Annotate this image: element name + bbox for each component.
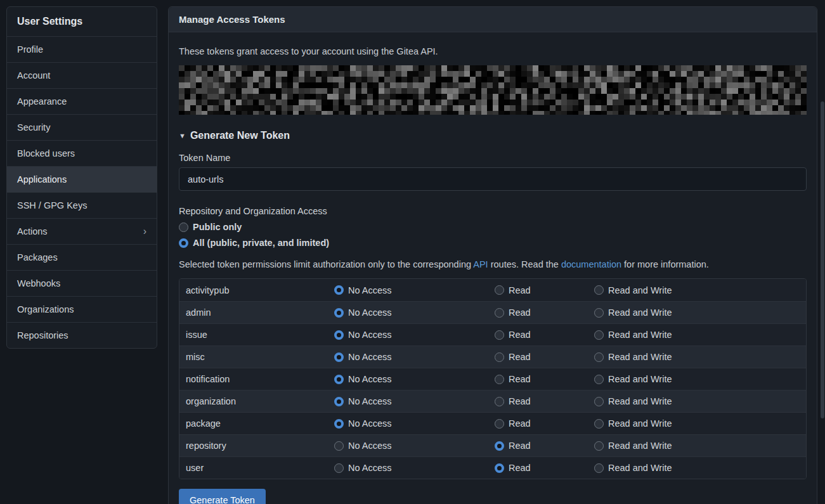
permission-name: user (179, 463, 334, 473)
permission-name: admin (179, 307, 334, 318)
radio-icon (594, 352, 604, 362)
radio-option-read[interactable]: Read (495, 307, 594, 318)
radio-option-no-access[interactable]: No Access (334, 418, 495, 429)
radio-option-no-access[interactable]: No Access (334, 374, 495, 384)
radio-option-read[interactable]: Read (495, 441, 594, 451)
radio-option-no-access[interactable]: No Access (334, 307, 495, 318)
radio-label: Read and Write (608, 418, 672, 429)
sidebar-item-actions[interactable]: Actions › (7, 218, 157, 244)
generate-new-token-toggle[interactable]: ▼ Generate New Token (179, 130, 807, 141)
permission-name: repository (179, 441, 334, 451)
radio-icon (594, 441, 604, 451)
sidebar-item-label: Packages (17, 252, 58, 262)
sidebar-item-blocked-users[interactable]: Blocked users (7, 140, 157, 166)
radio-option-no-access[interactable]: No Access (334, 330, 495, 340)
user-settings-sidebar: User Settings Profile Account Appearance… (6, 6, 157, 349)
sidebar-item-packages[interactable]: Packages (7, 244, 157, 270)
token-name-input[interactable] (179, 167, 807, 191)
radio-icon (495, 285, 504, 295)
radio-option-no-access[interactable]: No Access (334, 352, 495, 362)
access-option-all[interactable]: All (public, private, and limited) (179, 238, 807, 248)
permission-name: activitypub (179, 285, 334, 295)
sidebar-item-label: Security (17, 122, 50, 132)
sidebar-item-label: Appearance (17, 96, 67, 107)
radio-option-read-write[interactable]: Read and Write (594, 418, 806, 429)
radio-label: Read and Write (608, 285, 672, 295)
sidebar-item-account[interactable]: Account (7, 62, 157, 88)
token-name-label: Token Name (179, 153, 807, 163)
page: User Settings Profile Account Appearance… (0, 0, 825, 504)
sidebar-item-security[interactable]: Security (7, 114, 157, 140)
radio-option-read-write[interactable]: Read and Write (594, 463, 806, 473)
radio-label: Read (509, 396, 531, 406)
radio-label: All (public, private, and limited) (193, 238, 329, 248)
radio-option-no-access[interactable]: No Access (334, 463, 495, 473)
sidebar-item-applications[interactable]: Applications (7, 166, 157, 192)
permission-row-organization: organization No Access Read Read and Wri… (179, 390, 806, 412)
sidebar-item-label: Actions (17, 226, 48, 236)
radio-icon (179, 238, 188, 248)
radio-option-read[interactable]: Read (495, 374, 594, 384)
access-scope-label: Repository and Organization Access (179, 206, 807, 216)
radio-option-read[interactable]: Read (495, 396, 594, 406)
radio-option-read-write[interactable]: Read and Write (594, 441, 806, 451)
radio-icon (594, 397, 604, 406)
manage-tokens-panel: Manage Access Tokens These tokens grant … (168, 6, 817, 504)
generate-token-button[interactable]: Generate Token (179, 489, 266, 504)
radio-icon (594, 375, 604, 384)
radio-option-read-write[interactable]: Read and Write (594, 396, 806, 406)
radio-icon (495, 419, 504, 429)
documentation-link[interactable]: documentation (561, 259, 621, 269)
radio-option-read-write[interactable]: Read and Write (594, 330, 806, 340)
permission-row-repository: repository No Access Read Read and Write (179, 434, 806, 456)
radio-label: Read and Write (608, 374, 672, 384)
radio-option-read[interactable]: Read (495, 285, 594, 295)
permission-row-admin: admin No Access Read Read and Write (179, 301, 806, 323)
sidebar-title: User Settings (7, 7, 157, 36)
radio-option-read[interactable]: Read (495, 463, 594, 473)
permissions-note: Selected token permissions limit authori… (179, 259, 807, 269)
generate-new-token-title: Generate New Token (190, 130, 290, 141)
permissions-table: activitypub No Access Read Read and Writ… (179, 278, 807, 479)
sidebar-item-repositories[interactable]: Repositories (7, 322, 157, 348)
radio-option-read-write[interactable]: Read and Write (594, 352, 806, 362)
scrollbar-thumb[interactable] (821, 101, 824, 418)
tokens-intro-text: These tokens grant access to your accoun… (179, 46, 807, 56)
radio-label: No Access (348, 307, 392, 318)
sidebar-item-label: Account (17, 70, 50, 81)
radio-label: No Access (348, 463, 392, 473)
sidebar-item-profile[interactable]: Profile (7, 36, 157, 62)
radio-option-read[interactable]: Read (495, 352, 594, 362)
radio-option-no-access[interactable]: No Access (334, 441, 495, 451)
radio-label: No Access (348, 330, 392, 340)
panel-body: These tokens grant access to your accoun… (169, 32, 817, 504)
permission-row-user: user No Access Read Read and Write (179, 456, 806, 479)
radio-option-read-write[interactable]: Read and Write (594, 307, 806, 318)
sidebar-item-ssh-gpg-keys[interactable]: SSH / GPG Keys (7, 192, 157, 218)
radio-icon (334, 419, 344, 429)
sidebar-item-label: Organizations (17, 304, 74, 314)
radio-label: Read (509, 285, 531, 295)
panel-header: Manage Access Tokens (169, 7, 817, 32)
note-text: for more information. (621, 259, 709, 269)
radio-icon (495, 330, 504, 340)
permission-name: package (179, 418, 334, 429)
radio-option-read[interactable]: Read (495, 418, 594, 429)
radio-option-read-write[interactable]: Read and Write (594, 374, 806, 384)
radio-option-no-access[interactable]: No Access (334, 285, 495, 295)
api-link[interactable]: API (473, 259, 488, 269)
caret-down-icon: ▼ (179, 132, 186, 139)
sidebar-item-webhooks[interactable]: Webhooks (7, 270, 157, 296)
sidebar-item-appearance[interactable]: Appearance (7, 88, 157, 114)
radio-label: Read and Write (608, 441, 672, 451)
access-option-public-only[interactable]: Public only (179, 222, 807, 232)
radio-icon (594, 285, 604, 295)
radio-icon (594, 463, 604, 473)
radio-label: Read and Write (608, 307, 672, 318)
radio-label: Read and Write (608, 396, 672, 406)
radio-option-no-access[interactable]: No Access (334, 396, 495, 406)
radio-option-read[interactable]: Read (495, 330, 594, 340)
permission-row-package: package No Access Read Read and Write (179, 412, 806, 434)
radio-option-read-write[interactable]: Read and Write (594, 285, 806, 295)
sidebar-item-organizations[interactable]: Organizations (7, 296, 157, 322)
